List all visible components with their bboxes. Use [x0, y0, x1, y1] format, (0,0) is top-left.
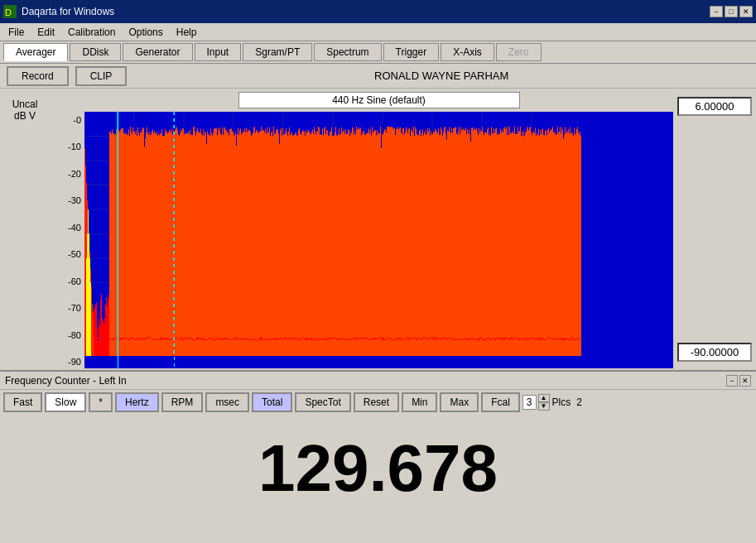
y-axis-ticks: -0 -10 -20 -30 -40 -50 -60 -70 -80 -90 — [50, 112, 84, 370]
app-title: Daqarta for Windows — [22, 6, 114, 17]
tab-zero: Zero — [496, 43, 542, 61]
spectrum-chart[interactable] — [84, 112, 673, 368]
y-tick-50: -50 — [50, 249, 81, 259]
freq-btn-rpm[interactable]: RPM — [161, 392, 204, 412]
tab-xaxis[interactable]: X-Axis — [441, 43, 494, 61]
tab-input[interactable]: Input — [195, 43, 242, 61]
freq-toolbar: Fast Slow * Hertz RPM msec Total SpecTot… — [0, 390, 756, 415]
plcs-value[interactable]: 3 — [522, 395, 537, 410]
tab-generator[interactable]: Generator — [123, 43, 192, 61]
plcs-label: Plcs — [552, 396, 571, 408]
freq-title: Frequency Counter - Left In — [5, 375, 127, 387]
top-value-box[interactable]: 6.00000 — [677, 97, 752, 116]
y-tick-30: -30 — [50, 195, 81, 205]
freq-title-bar: Frequency Counter - Left In − ✕ — [0, 372, 756, 390]
plcs-down[interactable]: ▼ — [538, 402, 550, 411]
title-bar-left: D Daqarta for Windows — [3, 5, 114, 18]
bottom-value-box[interactable]: -90.00000 — [677, 343, 752, 362]
y-tick-70: -70 — [50, 303, 81, 313]
app-icon: D — [3, 5, 17, 18]
y-unit-uncal: Uncal — [0, 99, 50, 110]
tab-trigger[interactable]: Trigger — [383, 43, 440, 61]
y-tick-90: -90 — [50, 357, 81, 367]
user-name-label: RONALD WAYNE PARHAM — [133, 70, 749, 82]
title-bar-controls: − □ ✕ — [710, 6, 753, 17]
right-value: 2 — [576, 396, 582, 408]
y-tick-60: -60 — [50, 276, 81, 286]
record-button[interactable]: Record — [7, 66, 69, 86]
freq-btn-reset[interactable]: Reset — [354, 392, 399, 412]
y-tick-80: -80 — [50, 330, 81, 340]
toolbar: Averager DDisk Generator Input Sgram/PT … — [0, 41, 756, 64]
menu-calibration[interactable]: Calibration — [61, 25, 122, 40]
menu-edit[interactable]: Edit — [31, 25, 61, 40]
y-tick-10: -10 — [50, 142, 81, 151]
freq-close[interactable]: ✕ — [739, 375, 751, 387]
freq-btn-hertz[interactable]: Hertz — [115, 392, 159, 412]
tab-ddisk[interactable]: DDisk — [70, 43, 121, 61]
y-tick-0: -0 — [50, 115, 81, 125]
freq-display: 129.678 — [0, 415, 756, 522]
maximize-button[interactable]: □ — [725, 6, 738, 17]
svg-text:D: D — [5, 7, 12, 17]
y-axis-unit: Uncal dB V — [0, 95, 50, 123]
freq-btn-spectot[interactable]: SpecTot — [295, 392, 350, 412]
freq-btn-min[interactable]: Min — [402, 392, 437, 412]
freq-btn-total[interactable]: Total — [252, 392, 292, 412]
freq-btn-fast[interactable]: Fast — [3, 392, 42, 412]
clip-button[interactable]: CLIP — [75, 66, 128, 86]
y-tick-20: -20 — [50, 169, 81, 179]
freq-btn-star[interactable]: * — [89, 392, 113, 412]
chart-container: 440 Hz Sine (default) — [84, 89, 673, 370]
menu-help[interactable]: Help — [170, 25, 204, 40]
freq-btn-fcal[interactable]: Fcal — [481, 392, 520, 412]
freq-window-controls: − ✕ — [726, 375, 751, 387]
menu-bar: File Edit Calibration Options Help — [0, 23, 756, 41]
cursor-solid — [118, 112, 118, 368]
tab-spectrum[interactable]: Spectrum — [314, 43, 381, 61]
menu-file[interactable]: File — [2, 25, 31, 40]
generator-label: 440 Hz Sine (default) — [238, 92, 520, 108]
plcs-control: 3 ▲ ▼ — [522, 394, 550, 411]
y-unit-dbv: dB V — [0, 110, 50, 122]
plcs-up[interactable]: ▲ — [538, 394, 550, 402]
plcs-spinner: ▲ ▼ — [538, 394, 550, 411]
freq-btn-max[interactable]: Max — [440, 392, 479, 412]
cursor-dashed — [174, 112, 175, 368]
record-bar: Record CLIP RONALD WAYNE PARHAM — [0, 64, 756, 89]
tab-averager[interactable]: Averager — [3, 43, 68, 61]
y-axis-labels: Uncal dB V — [0, 89, 50, 370]
freq-panel: Frequency Counter - Left In − ✕ Fast Slo… — [0, 370, 756, 522]
freq-btn-msec[interactable]: msec — [205, 392, 249, 412]
tab-sgram[interactable]: Sgram/PT — [243, 43, 312, 61]
freq-minimize[interactable]: − — [726, 375, 738, 387]
close-button[interactable]: ✕ — [739, 6, 753, 17]
title-bar: D Daqarta for Windows − □ ✕ — [0, 0, 756, 23]
main-area: Uncal dB V -0 -10 -20 -30 -40 -50 -60 -7… — [0, 89, 756, 370]
menu-options[interactable]: Options — [122, 25, 169, 40]
minimize-button[interactable]: − — [710, 6, 723, 17]
freq-btn-slow[interactable]: Slow — [45, 392, 86, 412]
right-panel: 6.00000 -90.00000 — [673, 89, 756, 370]
y-tick-40: -40 — [50, 223, 81, 233]
